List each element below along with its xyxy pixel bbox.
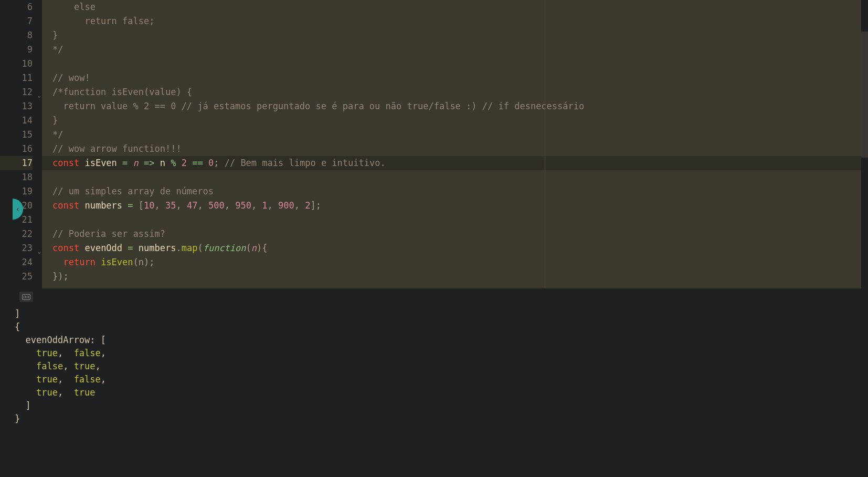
code-line[interactable] [52, 213, 868, 227]
line-number: 14 [0, 113, 33, 128]
code-line[interactable]: const evenOdd = numbers.map(function(n){ [52, 241, 868, 255]
line-number: 18 [0, 170, 33, 184]
code-line[interactable]: return value % 2 == 0 // já estamos perg… [52, 99, 868, 113]
line-number: 15 [0, 128, 33, 142]
line-number: 9 [0, 43, 33, 57]
console-panel[interactable]: ] { evenOddArrow: [ true, false, false, … [0, 288, 868, 430]
code-line[interactable]: return false; [52, 14, 868, 28]
code-line[interactable] [52, 170, 868, 184]
code-line[interactable]: const isEven = n => n % 2 == 0; // Bem m… [42, 156, 868, 170]
code-line[interactable]: /*function isEven(value) { [52, 85, 868, 99]
code-line[interactable]: } [52, 113, 868, 128]
code-editor[interactable]: 6789101112⌄1314151617181920212223⌄2425 e… [0, 0, 868, 288]
code-area[interactable]: else return false;}*/// wow!/*function i… [42, 0, 868, 288]
code-line[interactable]: // Poderia ser assim? [52, 227, 868, 241]
line-number-gutter: 6789101112⌄1314151617181920212223⌄2425 [0, 0, 42, 288]
line-number: 12⌄ [0, 85, 33, 99]
chevron-left-icon: ‹ [16, 205, 20, 213]
line-number: 13 [0, 99, 33, 113]
line-number: 19 [0, 184, 33, 199]
code-line[interactable] [52, 57, 868, 71]
fold-chevron-icon[interactable]: ⌄ [37, 88, 41, 102]
code-line[interactable]: } [52, 28, 868, 43]
line-number: 11 [0, 71, 33, 85]
line-number: 17 [0, 156, 33, 170]
console-output: ] { evenOddArrow: [ true, false, false, … [15, 307, 864, 426]
code-line[interactable]: }); [52, 269, 868, 284]
line-number: 6 [0, 0, 33, 14]
keyboard-icon [22, 294, 30, 300]
line-number: 25 [0, 269, 33, 284]
line-number: 23⌄ [0, 241, 33, 255]
vertical-scrollbar[interactable] [861, 0, 868, 288]
line-number: 8 [0, 28, 33, 43]
fold-chevron-icon[interactable]: ⌄ [37, 244, 41, 258]
code-line[interactable]: const numbers = [10, 35, 47, 500, 950, 1… [52, 199, 868, 213]
code-line[interactable]: // um simples array de números [52, 184, 868, 199]
code-line[interactable]: return isEven(n); [52, 255, 868, 269]
code-line[interactable]: // wow! [52, 71, 868, 85]
code-line[interactable]: // wow arrow function!!! [52, 142, 868, 156]
line-number: 10 [0, 57, 33, 71]
column-ruler [545, 0, 545, 288]
code-line[interactable]: */ [52, 128, 868, 142]
code-line[interactable]: else [52, 0, 868, 14]
line-number: 22 [0, 227, 33, 241]
line-number: 7 [0, 14, 33, 28]
scrollbar-thumb[interactable] [861, 32, 868, 158]
line-number: 24 [0, 255, 33, 269]
console-toolbar-button[interactable] [19, 292, 33, 302]
line-number: 16 [0, 142, 33, 156]
code-line[interactable]: */ [52, 43, 868, 57]
